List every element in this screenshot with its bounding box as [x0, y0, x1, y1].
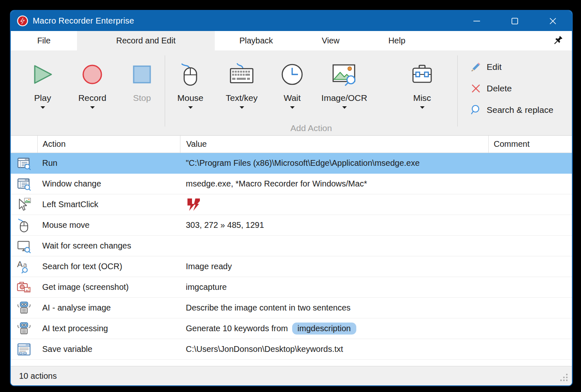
resize-grip[interactable]: [559, 373, 569, 382]
save-variable-icon: [17, 342, 31, 357]
action-cell: Run: [37, 153, 180, 173]
search-replace-button[interactable]: Search & replace: [470, 103, 553, 117]
value-text: imgcapture: [186, 282, 227, 292]
stop-button: Stop: [119, 50, 165, 103]
title-bar: Macro Recorder Enterprise: [11, 11, 572, 31]
mouse-label: Mouse: [177, 93, 203, 103]
add-action-group-label: Add Action: [165, 123, 457, 134]
tab-playback[interactable]: Playback: [215, 31, 298, 50]
value-text: Generate 10 keywords from: [186, 324, 288, 333]
variable-chip[interactable]: imgdescription: [292, 323, 356, 335]
clock-icon: [280, 62, 304, 86]
edit-label: Edit: [487, 62, 502, 72]
edit-button[interactable]: Edit: [470, 60, 553, 74]
close-button[interactable]: [534, 11, 572, 31]
value-cell: imgcapture: [180, 277, 488, 297]
table-row-search-text-ocr[interactable]: A a Search for text (OCR) Image ready: [11, 256, 572, 277]
image-ocr-icon: [331, 62, 358, 87]
delete-x-icon: [470, 83, 482, 94]
record-label: Record: [78, 93, 106, 103]
robot-icon: [17, 321, 31, 336]
wait-button[interactable]: Wait: [268, 50, 317, 109]
robot-icon: [17, 301, 31, 316]
mouse-button[interactable]: Mouse: [165, 50, 216, 109]
minimize-icon: [472, 17, 481, 26]
status-bar: 10 actions: [11, 366, 572, 385]
play-label: Play: [34, 93, 51, 103]
value-text: "C:\Program Files (x86)\Microsoft\Edge\A…: [186, 158, 420, 168]
svg-text:A: A: [17, 260, 23, 269]
table-row-ai-text-processing[interactable]: AI text processing Generate 10 keywords …: [11, 318, 572, 339]
minimize-button[interactable]: [458, 11, 496, 31]
action-cell: Wait for screen changes: [37, 236, 180, 256]
value-cell: Image ready: [180, 256, 488, 277]
misc-label: Misc: [413, 93, 431, 103]
ribbon-toolbar: Play Record Stop: [11, 50, 572, 136]
value-cell: [180, 194, 488, 215]
icon-column-header: [11, 136, 37, 153]
stop-label: Stop: [133, 93, 151, 103]
action-column-header[interactable]: Action: [37, 136, 180, 153]
delete-button[interactable]: Delete: [470, 81, 553, 96]
play-icon: [31, 63, 54, 86]
misc-button[interactable]: Misc: [387, 50, 457, 109]
edit-group: Edit Delete Search & replace: [458, 50, 553, 117]
tab-help[interactable]: Help: [364, 31, 430, 50]
textkey-dropdown-caret[interactable]: [240, 106, 244, 109]
action-cell: Save variable: [37, 339, 180, 359]
keyboard-icon: [228, 62, 255, 86]
value-text: 303, 272 » 485, 1291: [186, 220, 264, 230]
window-run-icon: [17, 156, 31, 171]
window-title: Macro Recorder Enterprise: [33, 16, 134, 26]
comment-cell: [488, 194, 572, 215]
action-cell: AI - analyse image: [37, 298, 180, 318]
value-cell: "C:\Program Files (x86)\Microsoft\Edge\A…: [180, 153, 488, 173]
value-text: Describe the image content in two senten…: [186, 303, 351, 313]
comment-cell: [488, 236, 572, 256]
wait-label: Wait: [283, 93, 300, 103]
tab-file[interactable]: File: [11, 31, 77, 50]
add-action-group: Mouse Text/key: [165, 50, 457, 109]
table-row-left-smartclick[interactable]: Left SmartClick: [11, 194, 572, 215]
value-cell: C:\Users\JonDonson\Desktop\keywords.txt: [180, 339, 488, 359]
app-window: Macro Recorder Enterprise File Record an…: [10, 10, 573, 386]
play-dropdown-caret[interactable]: [41, 106, 45, 109]
magnifier-icon: [470, 104, 482, 116]
wait-dropdown-caret[interactable]: [290, 106, 295, 109]
table-row-window-change[interactable]: Window change msedge.exe, *Macro Recorde…: [11, 174, 572, 194]
mouse-dropdown-caret[interactable]: [188, 106, 193, 109]
play-button[interactable]: Play: [20, 50, 65, 109]
action-cell: Get image (screenshot): [37, 277, 180, 297]
value-column-header[interactable]: Value: [180, 136, 488, 153]
maximize-icon: [510, 17, 519, 26]
table-row-mouse-move[interactable]: Mouse move 303, 272 » 485, 1291: [11, 215, 572, 236]
tab-view[interactable]: View: [298, 31, 364, 50]
table-row-save-variable[interactable]: Save variable C:\Users\JonDonson\Desktop…: [11, 339, 572, 360]
record-button[interactable]: Record: [65, 50, 119, 109]
search-replace-label: Search & replace: [487, 105, 553, 115]
menu-bar: File Record and Edit Playback View Help: [11, 31, 572, 50]
record-dropdown-caret[interactable]: [90, 106, 95, 109]
pin-icon[interactable]: [552, 35, 563, 46]
imageocr-label: Image/OCR: [322, 93, 367, 103]
maximize-button[interactable]: [496, 11, 534, 31]
table-row-ai-analyse-image[interactable]: AI - analyse image Describe the image co…: [11, 298, 572, 318]
tab-help-label: Help: [388, 36, 405, 45]
table-row-wait-screen-changes[interactable]: Wait for screen changes: [11, 236, 572, 256]
value-cell: [180, 236, 488, 256]
comment-cell: [488, 153, 572, 173]
smartclick-cursor-icon: [17, 197, 31, 212]
table-row-run[interactable]: Run "C:\Program Files (x86)\Microsoft\Ed…: [11, 153, 572, 174]
value-text: msedge.exe, *Macro Recorder for Windows/…: [186, 179, 367, 189]
misc-dropdown-caret[interactable]: [420, 106, 425, 109]
comment-column-header[interactable]: Comment: [488, 136, 572, 153]
record-icon: [81, 63, 104, 86]
comment-cell: [488, 339, 572, 359]
tab-record-and-edit[interactable]: Record and Edit: [77, 31, 215, 50]
value-text: C:\Users\JonDonson\Desktop\keywords.txt: [186, 344, 343, 354]
value-cell: Generate 10 keywords from imgdescription: [180, 318, 488, 339]
imageocr-dropdown-caret[interactable]: [342, 106, 347, 109]
table-row-get-image[interactable]: Get image (screenshot) imgcapture: [11, 277, 572, 298]
textkey-button[interactable]: Text/key: [216, 50, 268, 109]
imageocr-button[interactable]: Image/OCR: [317, 50, 372, 109]
